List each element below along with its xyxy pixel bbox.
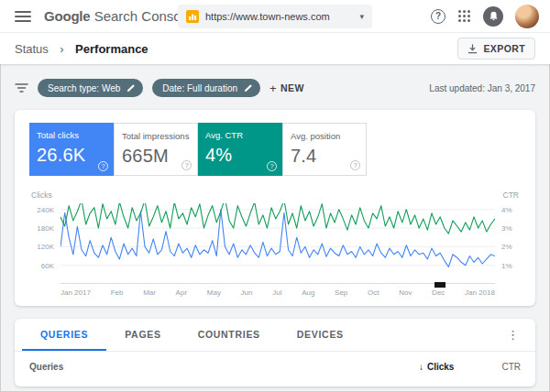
x-tick: Aug bbox=[302, 289, 314, 297]
plus-icon: + bbox=[270, 82, 277, 95]
line-chart bbox=[60, 203, 495, 284]
x-tick: Dec bbox=[432, 289, 445, 297]
metric-value: 665M bbox=[122, 146, 190, 167]
y-tick: 180K bbox=[37, 224, 54, 233]
main-content: Search type: Web Date: Full duration + N… bbox=[0, 64, 550, 387]
filter-icon[interactable] bbox=[15, 82, 28, 93]
column-header-clicks[interactable]: ↓ Clicks bbox=[419, 362, 454, 372]
performance-card: Total clicks 26.6K ? Total impressions 6… bbox=[15, 110, 535, 306]
chart-drag-marker[interactable] bbox=[434, 282, 446, 288]
avatar[interactable] bbox=[515, 5, 539, 28]
bell-icon bbox=[483, 6, 503, 27]
filter-row: Search type: Web Date: Full duration + N… bbox=[15, 75, 535, 101]
tab-pages[interactable]: PAGES bbox=[106, 319, 179, 351]
help-button[interactable]: ? bbox=[431, 9, 446, 24]
menu-icon[interactable] bbox=[15, 11, 31, 22]
notifications-button[interactable] bbox=[483, 6, 503, 27]
column-header-ctr[interactable]: CTR bbox=[501, 362, 521, 372]
more-options-icon[interactable]: ⋮ bbox=[498, 328, 528, 342]
logo-google: Google bbox=[44, 8, 90, 24]
new-filter-button[interactable]: + NEW bbox=[270, 82, 304, 95]
x-tick: Jul bbox=[272, 289, 281, 297]
filter-chip-date[interactable]: Date: Full duration bbox=[152, 79, 260, 97]
top-app-bar: Google Search ConsoleBETA https://www.to… bbox=[0, 0, 550, 33]
left-axis-ticks: 240K 180K 120K 60K bbox=[29, 203, 60, 284]
y-tick: 120K bbox=[37, 243, 54, 251]
metric-help-icon[interactable]: ? bbox=[267, 161, 277, 171]
y-tick: 60K bbox=[41, 262, 54, 270]
download-icon bbox=[468, 44, 478, 54]
column-header-queries: Queries bbox=[29, 362, 63, 372]
property-icon bbox=[186, 10, 199, 23]
apps-grid-icon bbox=[457, 9, 471, 23]
property-url: https://www.town-news.com bbox=[205, 11, 353, 22]
x-tick: Jun bbox=[241, 289, 253, 297]
chart-plot-area[interactable] bbox=[60, 203, 495, 284]
right-axis-ticks: 4% 3% 2% 1% bbox=[495, 203, 521, 284]
x-tick: Jan 2017 bbox=[60, 289, 91, 297]
tab-devices[interactable]: DEVICES bbox=[279, 319, 362, 351]
metric-help-icon[interactable]: ? bbox=[350, 160, 360, 170]
breadcrumb-separator: › bbox=[60, 42, 63, 56]
pencil-icon bbox=[244, 84, 252, 93]
table-tabs: QUERIES PAGES COUNTRIES DEVICES ⋮ bbox=[15, 319, 535, 352]
metric-help-icon[interactable]: ? bbox=[182, 160, 192, 170]
metric-label: Total impressions bbox=[122, 131, 190, 141]
queries-table-card: QUERIES PAGES COUNTRIES DEVICES ⋮ Querie… bbox=[15, 319, 535, 387]
metric-label: Total clicks bbox=[37, 130, 106, 140]
last-updated-text: Last updated: Jan 3, 2017 bbox=[429, 83, 535, 93]
chip-label: Search type: Web bbox=[48, 83, 120, 93]
tab-countries[interactable]: COUNTRIES bbox=[180, 319, 279, 351]
property-selector[interactable]: https://www.town-news.com ▾ bbox=[178, 5, 372, 28]
x-tick: Nov bbox=[399, 289, 412, 297]
chevron-down-icon: ▾ bbox=[359, 12, 364, 21]
pencil-icon bbox=[126, 84, 135, 93]
new-label: NEW bbox=[280, 82, 304, 93]
page-title: Performance bbox=[75, 42, 148, 56]
clicks-ctr-chart: Clicks CTR 240K 180K 120K 60K 4% 3% 2% bbox=[29, 191, 521, 297]
metric-value: 4% bbox=[205, 145, 275, 166]
x-tick: Jan 2018 bbox=[465, 289, 495, 297]
metric-avg-position[interactable]: Avg. position 7.4 ? bbox=[282, 123, 367, 176]
x-tick: Apr bbox=[176, 289, 187, 297]
tab-queries[interactable]: QUERIES bbox=[22, 319, 106, 351]
breadcrumb-status[interactable]: Status bbox=[15, 42, 49, 56]
apps-grid-button[interactable] bbox=[457, 9, 471, 23]
breadcrumb-bar: Status › Performance EXPORT bbox=[0, 33, 550, 64]
x-tick: May bbox=[207, 289, 221, 297]
sort-desc-icon: ↓ bbox=[419, 362, 424, 372]
metric-value: 7.4 bbox=[291, 146, 358, 167]
x-axis-ticks: Jan 2017 Feb Mar Apr May Jun Jul Aug Sep… bbox=[60, 289, 495, 297]
metric-total-impressions[interactable]: Total impressions 665M ? bbox=[114, 123, 198, 176]
topbar-actions: ? bbox=[431, 5, 539, 28]
left-axis-title: Clicks bbox=[31, 191, 52, 200]
y-tick: 2% bbox=[501, 243, 512, 251]
right-axis-title: CTR bbox=[503, 191, 519, 200]
y-tick: 1% bbox=[501, 262, 512, 270]
metric-value: 26.6K bbox=[37, 145, 106, 166]
y-tick: 4% bbox=[501, 206, 512, 214]
metric-avg-ctr[interactable]: Avg. CTR 4% ? bbox=[198, 123, 282, 176]
x-tick: Oct bbox=[368, 289, 379, 297]
help-icon: ? bbox=[431, 9, 446, 24]
metric-tiles: Total clicks 26.6K ? Total impressions 6… bbox=[29, 123, 521, 176]
breadcrumb: Status › Performance bbox=[15, 40, 148, 57]
x-tick: Sep bbox=[335, 289, 347, 297]
chip-label: Date: Full duration bbox=[162, 83, 237, 93]
metric-label: Avg. CTR bbox=[205, 130, 275, 140]
y-tick: 3% bbox=[501, 224, 512, 233]
x-tick: Feb bbox=[111, 289, 124, 297]
x-tick: Mar bbox=[143, 289, 156, 297]
metric-total-clicks[interactable]: Total clicks 26.6K ? bbox=[29, 123, 114, 176]
metric-help-icon[interactable]: ? bbox=[98, 161, 108, 171]
metric-label: Avg. position bbox=[291, 131, 358, 141]
table-header-row: Queries ↓ Clicks CTR bbox=[15, 352, 535, 381]
export-button[interactable]: EXPORT bbox=[457, 38, 535, 60]
y-tick: 240K bbox=[37, 206, 54, 214]
filter-chip-search-type[interactable]: Search type: Web bbox=[38, 79, 143, 97]
export-label: EXPORT bbox=[483, 43, 525, 54]
